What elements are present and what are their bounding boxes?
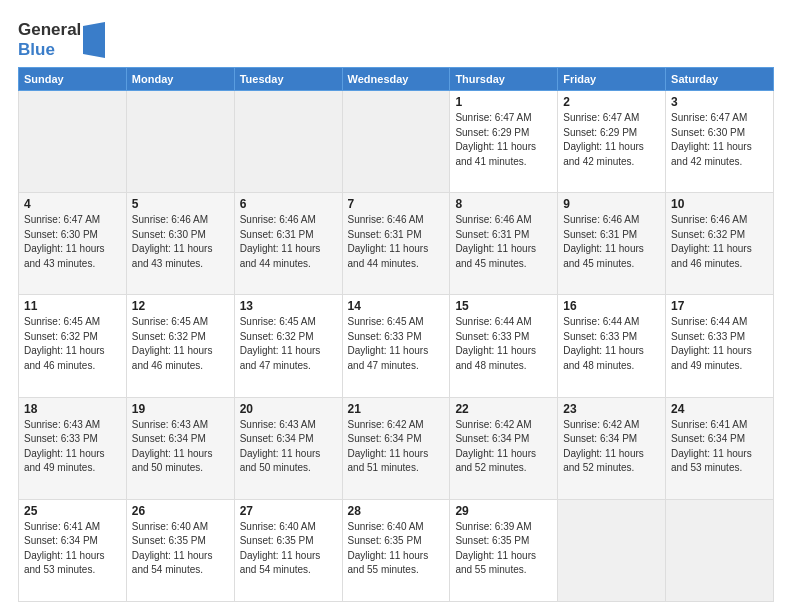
col-wednesday: Wednesday <box>342 68 450 91</box>
calendar-table: Sunday Monday Tuesday Wednesday Thursday… <box>18 67 774 602</box>
calendar-header-row: Sunday Monday Tuesday Wednesday Thursday… <box>19 68 774 91</box>
table-cell: 29Sunrise: 6:39 AM Sunset: 6:35 PM Dayli… <box>450 499 558 601</box>
day-number: 11 <box>24 299 121 313</box>
day-info: Sunrise: 6:46 AM Sunset: 6:32 PM Dayligh… <box>671 213 768 271</box>
col-thursday: Thursday <box>450 68 558 91</box>
day-number: 12 <box>132 299 229 313</box>
table-cell: 4Sunrise: 6:47 AM Sunset: 6:30 PM Daylig… <box>19 193 127 295</box>
table-cell: 24Sunrise: 6:41 AM Sunset: 6:34 PM Dayli… <box>666 397 774 499</box>
table-cell: 13Sunrise: 6:45 AM Sunset: 6:32 PM Dayli… <box>234 295 342 397</box>
table-cell: 3Sunrise: 6:47 AM Sunset: 6:30 PM Daylig… <box>666 91 774 193</box>
col-saturday: Saturday <box>666 68 774 91</box>
table-cell <box>558 499 666 601</box>
page: General Blue Sunday Monday Tuesday Wedne… <box>0 0 792 612</box>
day-number: 20 <box>240 402 337 416</box>
day-info: Sunrise: 6:42 AM Sunset: 6:34 PM Dayligh… <box>563 418 660 476</box>
table-cell: 27Sunrise: 6:40 AM Sunset: 6:35 PM Dayli… <box>234 499 342 601</box>
table-cell <box>19 91 127 193</box>
table-cell: 11Sunrise: 6:45 AM Sunset: 6:32 PM Dayli… <box>19 295 127 397</box>
table-cell: 19Sunrise: 6:43 AM Sunset: 6:34 PM Dayli… <box>126 397 234 499</box>
col-tuesday: Tuesday <box>234 68 342 91</box>
col-monday: Monday <box>126 68 234 91</box>
day-number: 3 <box>671 95 768 109</box>
col-sunday: Sunday <box>19 68 127 91</box>
day-number: 27 <box>240 504 337 518</box>
day-number: 13 <box>240 299 337 313</box>
day-number: 7 <box>348 197 445 211</box>
table-cell: 23Sunrise: 6:42 AM Sunset: 6:34 PM Dayli… <box>558 397 666 499</box>
day-info: Sunrise: 6:46 AM Sunset: 6:31 PM Dayligh… <box>348 213 445 271</box>
day-number: 15 <box>455 299 552 313</box>
day-info: Sunrise: 6:44 AM Sunset: 6:33 PM Dayligh… <box>563 315 660 373</box>
day-info: Sunrise: 6:40 AM Sunset: 6:35 PM Dayligh… <box>132 520 229 578</box>
table-cell: 8Sunrise: 6:46 AM Sunset: 6:31 PM Daylig… <box>450 193 558 295</box>
day-number: 18 <box>24 402 121 416</box>
table-cell: 7Sunrise: 6:46 AM Sunset: 6:31 PM Daylig… <box>342 193 450 295</box>
table-cell: 20Sunrise: 6:43 AM Sunset: 6:34 PM Dayli… <box>234 397 342 499</box>
day-number: 21 <box>348 402 445 416</box>
logo-blue: Blue <box>18 40 81 60</box>
day-number: 16 <box>563 299 660 313</box>
day-number: 8 <box>455 197 552 211</box>
day-info: Sunrise: 6:46 AM Sunset: 6:31 PM Dayligh… <box>455 213 552 271</box>
table-cell: 10Sunrise: 6:46 AM Sunset: 6:32 PM Dayli… <box>666 193 774 295</box>
svg-marker-0 <box>83 22 105 58</box>
table-cell: 16Sunrise: 6:44 AM Sunset: 6:33 PM Dayli… <box>558 295 666 397</box>
day-number: 2 <box>563 95 660 109</box>
table-cell: 9Sunrise: 6:46 AM Sunset: 6:31 PM Daylig… <box>558 193 666 295</box>
table-cell: 26Sunrise: 6:40 AM Sunset: 6:35 PM Dayli… <box>126 499 234 601</box>
day-info: Sunrise: 6:39 AM Sunset: 6:35 PM Dayligh… <box>455 520 552 578</box>
table-cell: 12Sunrise: 6:45 AM Sunset: 6:32 PM Dayli… <box>126 295 234 397</box>
day-number: 23 <box>563 402 660 416</box>
day-info: Sunrise: 6:41 AM Sunset: 6:34 PM Dayligh… <box>24 520 121 578</box>
table-cell: 18Sunrise: 6:43 AM Sunset: 6:33 PM Dayli… <box>19 397 127 499</box>
day-number: 25 <box>24 504 121 518</box>
day-number: 5 <box>132 197 229 211</box>
day-info: Sunrise: 6:40 AM Sunset: 6:35 PM Dayligh… <box>348 520 445 578</box>
logo: General Blue <box>18 20 105 59</box>
logo-general: General <box>18 20 81 40</box>
calendar-week-row: 11Sunrise: 6:45 AM Sunset: 6:32 PM Dayli… <box>19 295 774 397</box>
day-info: Sunrise: 6:43 AM Sunset: 6:33 PM Dayligh… <box>24 418 121 476</box>
table-cell <box>234 91 342 193</box>
table-cell: 17Sunrise: 6:44 AM Sunset: 6:33 PM Dayli… <box>666 295 774 397</box>
calendar-week-row: 25Sunrise: 6:41 AM Sunset: 6:34 PM Dayli… <box>19 499 774 601</box>
day-info: Sunrise: 6:47 AM Sunset: 6:30 PM Dayligh… <box>671 111 768 169</box>
day-number: 28 <box>348 504 445 518</box>
header: General Blue <box>18 16 774 59</box>
day-number: 17 <box>671 299 768 313</box>
day-info: Sunrise: 6:47 AM Sunset: 6:29 PM Dayligh… <box>563 111 660 169</box>
day-number: 19 <box>132 402 229 416</box>
day-info: Sunrise: 6:47 AM Sunset: 6:30 PM Dayligh… <box>24 213 121 271</box>
day-info: Sunrise: 6:45 AM Sunset: 6:33 PM Dayligh… <box>348 315 445 373</box>
day-number: 22 <box>455 402 552 416</box>
table-cell: 22Sunrise: 6:42 AM Sunset: 6:34 PM Dayli… <box>450 397 558 499</box>
day-info: Sunrise: 6:45 AM Sunset: 6:32 PM Dayligh… <box>24 315 121 373</box>
table-cell: 6Sunrise: 6:46 AM Sunset: 6:31 PM Daylig… <box>234 193 342 295</box>
day-info: Sunrise: 6:43 AM Sunset: 6:34 PM Dayligh… <box>132 418 229 476</box>
table-cell <box>666 499 774 601</box>
day-number: 24 <box>671 402 768 416</box>
day-info: Sunrise: 6:46 AM Sunset: 6:30 PM Dayligh… <box>132 213 229 271</box>
table-cell <box>342 91 450 193</box>
calendar-week-row: 1Sunrise: 6:47 AM Sunset: 6:29 PM Daylig… <box>19 91 774 193</box>
day-number: 1 <box>455 95 552 109</box>
day-info: Sunrise: 6:45 AM Sunset: 6:32 PM Dayligh… <box>240 315 337 373</box>
day-info: Sunrise: 6:44 AM Sunset: 6:33 PM Dayligh… <box>455 315 552 373</box>
table-cell <box>126 91 234 193</box>
day-info: Sunrise: 6:47 AM Sunset: 6:29 PM Dayligh… <box>455 111 552 169</box>
table-cell: 1Sunrise: 6:47 AM Sunset: 6:29 PM Daylig… <box>450 91 558 193</box>
logo-arrow-icon <box>83 22 105 58</box>
day-info: Sunrise: 6:42 AM Sunset: 6:34 PM Dayligh… <box>348 418 445 476</box>
calendar-week-row: 4Sunrise: 6:47 AM Sunset: 6:30 PM Daylig… <box>19 193 774 295</box>
day-number: 29 <box>455 504 552 518</box>
table-cell: 2Sunrise: 6:47 AM Sunset: 6:29 PM Daylig… <box>558 91 666 193</box>
day-number: 4 <box>24 197 121 211</box>
table-cell: 5Sunrise: 6:46 AM Sunset: 6:30 PM Daylig… <box>126 193 234 295</box>
day-number: 14 <box>348 299 445 313</box>
day-number: 9 <box>563 197 660 211</box>
day-info: Sunrise: 6:42 AM Sunset: 6:34 PM Dayligh… <box>455 418 552 476</box>
table-cell: 28Sunrise: 6:40 AM Sunset: 6:35 PM Dayli… <box>342 499 450 601</box>
day-info: Sunrise: 6:40 AM Sunset: 6:35 PM Dayligh… <box>240 520 337 578</box>
table-cell: 21Sunrise: 6:42 AM Sunset: 6:34 PM Dayli… <box>342 397 450 499</box>
